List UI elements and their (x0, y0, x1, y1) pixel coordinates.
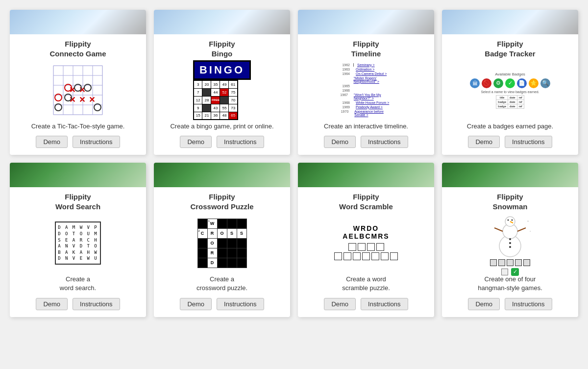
demo-button-badge[interactable]: Demo (468, 136, 500, 148)
card-buttons-badge: Demo Instructions (468, 136, 552, 148)
card-scramble: FlippityWord Scramble WRDO AELBCMRS (298, 163, 434, 317)
card-desc-bingo: Create a bingo game, print or online. (170, 122, 273, 131)
svg-point-33 (509, 238, 511, 240)
svg-text:*: * (527, 220, 529, 224)
card-title-crossword: FlippityCrossword Puzzle (190, 192, 253, 211)
card-timeline: FlippityTimeline 1962 Seminary > 1963 Or… (298, 10, 434, 155)
card-image-wordsearch: D A M W V P D O T O U M S E A R C H A N … (49, 216, 107, 270)
card-snowman: FlippitySnowman (442, 163, 578, 317)
instructions-button-snowman[interactable]: Instructions (505, 298, 552, 310)
card-buttons-wordsearch: Demo Instructions (36, 298, 120, 310)
instructions-button-crossword[interactable]: Instructions (217, 298, 264, 310)
svg-text:*: * (530, 230, 531, 233)
card-buttons-crossword: Demo Instructions (180, 298, 264, 310)
card-header-connecto (10, 10, 146, 34)
instructions-button-scramble[interactable]: Instructions (361, 298, 408, 310)
card-desc-wordsearch: Create aword search. (60, 275, 96, 293)
svg-point-35 (509, 246, 511, 248)
card-title-badge: FlippityBadge Tracker (485, 39, 535, 58)
card-image-snowman: * * ✓ (481, 216, 539, 270)
card-wordsearch: FlippityWord Search D A M W V P D O T O … (10, 163, 146, 317)
card-header-snowman (442, 163, 578, 187)
card-header-crossword (154, 163, 290, 187)
card-header-badge (442, 10, 578, 34)
card-bingo: FlippityBingo BINGO 320354961 7445275 12… (154, 10, 290, 155)
svg-text:✕: ✕ (69, 96, 75, 104)
svg-point-29 (512, 219, 513, 221)
card-desc-scramble: Create a wordscramble puzzle. (342, 275, 390, 293)
card-desc-snowman: Create one of fourhangman-style games. (478, 275, 542, 293)
instructions-button-timeline[interactable]: Instructions (361, 136, 408, 148)
card-buttons-bingo: Demo Instructions (180, 136, 264, 148)
card-buttons-scramble: Demo Instructions (324, 298, 408, 310)
card-desc-badge: Create a badges earned page. (467, 122, 553, 131)
card-image-badge: Available Badges 🏛 🚫 ⚙ ✓ 📄 ⭐ 🔍 Select a … (481, 63, 539, 117)
demo-button-wordsearch[interactable]: Demo (36, 298, 68, 310)
card-header-timeline (298, 10, 434, 34)
card-desc-timeline: Create an interactive timeline. (324, 122, 408, 131)
card-buttons-connecto: Demo Instructions (36, 136, 120, 148)
card-title-timeline: FlippityTimeline (351, 39, 381, 58)
svg-point-34 (509, 242, 511, 244)
card-title-snowman: FlippitySnowman (493, 192, 528, 211)
card-connecto: FlippityConnecto Game ✕ (10, 10, 146, 155)
card-title-wordsearch: FlippityWord Search (55, 192, 100, 211)
card-header-wordsearch (10, 163, 146, 187)
card-header-scramble (298, 163, 434, 187)
card-buttons-snowman: Demo Instructions (468, 298, 552, 310)
card-badge: FlippityBadge Tracker Available Badges 🏛… (442, 10, 578, 155)
demo-button-timeline[interactable]: Demo (324, 136, 356, 148)
card-desc-connecto: Create a Tic-Tac-Toe-style game. (31, 122, 125, 131)
card-image-scramble: WRDO AELBCMRS (337, 216, 395, 270)
card-header-bingo (154, 10, 290, 34)
card-grid: FlippityConnecto Game ✕ (10, 10, 578, 317)
card-image-bingo: BINGO 320354961 7445275 1228FREE70 94355… (193, 63, 251, 117)
demo-button-crossword[interactable]: Demo (180, 298, 212, 310)
svg-rect-0 (53, 66, 102, 115)
svg-line-32 (517, 228, 526, 231)
card-buttons-timeline: Demo Instructions (324, 136, 408, 148)
card-title-scramble: FlippityWord Scramble (339, 192, 393, 211)
instructions-button-badge[interactable]: Instructions (505, 136, 552, 148)
instructions-button-wordsearch[interactable]: Instructions (73, 298, 120, 310)
svg-text:✕: ✕ (89, 96, 95, 104)
demo-button-bingo[interactable]: Demo (180, 136, 212, 148)
card-image-crossword: 1W 2C R O S S O (193, 216, 251, 270)
card-image-timeline: 1962 Seminary > 1963 Ordination > 1964 O… (337, 63, 395, 117)
card-image-connecto: ✕ ✕ ✕ ✕ ✕ (49, 63, 107, 117)
card-crossword: FlippityCrossword Puzzle 1W 2C R O S S (154, 163, 290, 317)
card-title-connecto: FlippityConnecto Game (49, 39, 106, 58)
instructions-button-bingo[interactable]: Instructions (217, 136, 264, 148)
svg-point-28 (508, 219, 509, 221)
card-desc-crossword: Create acrossword puzzle. (196, 275, 247, 293)
svg-line-31 (494, 228, 503, 231)
demo-button-snowman[interactable]: Demo (468, 298, 500, 310)
demo-button-scramble[interactable]: Demo (324, 298, 356, 310)
instructions-button-connecto[interactable]: Instructions (73, 136, 120, 148)
card-title-bingo: FlippityBingo (209, 39, 235, 58)
svg-text:✕: ✕ (79, 96, 85, 104)
demo-button-connecto[interactable]: Demo (36, 136, 68, 148)
